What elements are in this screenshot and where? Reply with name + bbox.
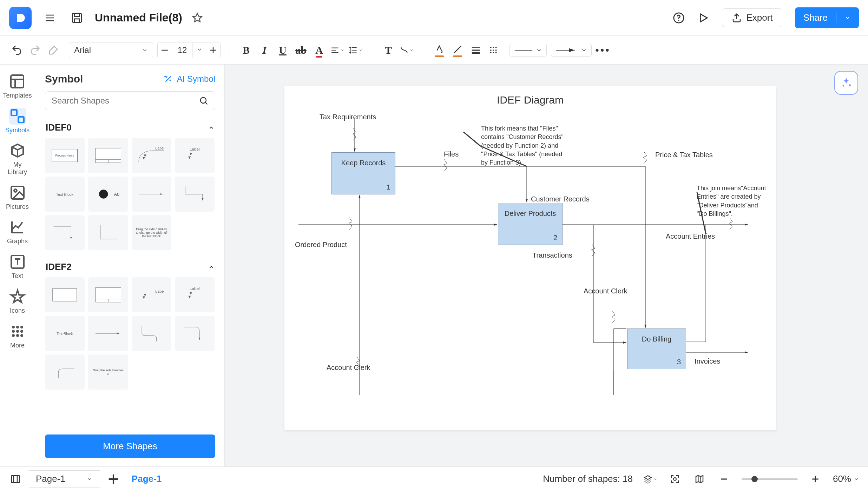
font-size-increase-icon[interactable] xyxy=(206,42,220,58)
help-icon[interactable] xyxy=(673,12,685,24)
shape-tile[interactable] xyxy=(175,316,215,351)
layers-icon[interactable] xyxy=(643,472,657,486)
font-size-value[interactable]: 12 xyxy=(172,42,193,58)
shape-tile[interactable]: Drag the side handles to change the widt… xyxy=(132,215,171,250)
rail-item-templates[interactable]: Templates xyxy=(3,73,32,99)
line-weight-icon[interactable] xyxy=(469,43,483,57)
category-header-idef0[interactable]: IDEF0 xyxy=(45,117,219,138)
shape-tile[interactable]: Label xyxy=(132,277,171,312)
shape-tile[interactable] xyxy=(45,354,85,390)
shape-tile[interactable]: Label xyxy=(175,138,215,173)
rail-item-pictures[interactable]: Pictures xyxy=(6,184,29,211)
shape-tile[interactable] xyxy=(132,316,171,351)
shape-tile[interactable]: Label xyxy=(175,277,215,312)
format-painter-icon[interactable] xyxy=(46,43,60,57)
minimap-icon[interactable] xyxy=(692,472,706,486)
svg-point-25 xyxy=(99,190,108,198)
rail-item-graphs[interactable]: Graphs xyxy=(7,219,28,245)
ai-assistant-button[interactable] xyxy=(834,71,858,95)
file-title[interactable]: Unnamed File(8) xyxy=(95,11,182,24)
line-color-icon[interactable] xyxy=(451,43,465,57)
line-style-select[interactable] xyxy=(509,44,547,57)
search-field[interactable] xyxy=(52,96,199,106)
underline-icon[interactable]: U xyxy=(276,43,290,57)
font-size-dropdown-icon[interactable] xyxy=(193,46,206,54)
undo-icon[interactable] xyxy=(10,43,24,57)
diagram-node-do-billing[interactable]: Do Billing 3 xyxy=(627,329,686,369)
node-label: Do Billing xyxy=(642,335,671,343)
shape-tile[interactable] xyxy=(132,177,171,212)
page-tab-active[interactable]: Page-1 xyxy=(127,473,166,484)
zoom-slider[interactable] xyxy=(742,478,798,480)
rail-item-text[interactable]: Text xyxy=(9,253,26,280)
export-button[interactable]: Export xyxy=(722,8,782,27)
fit-view-icon[interactable] xyxy=(668,472,682,486)
category-header-idef2[interactable]: IDEF2 xyxy=(45,257,219,277)
font-family-select[interactable]: Arial xyxy=(69,42,153,58)
shape-tile[interactable] xyxy=(88,316,128,351)
zoom-in-icon[interactable] xyxy=(808,472,822,486)
favorite-star-icon[interactable] xyxy=(191,11,204,25)
diagram-node-keep-records[interactable]: Keep Records 1 xyxy=(331,152,395,194)
line-spacing-icon[interactable] xyxy=(349,43,363,57)
label-files: Files xyxy=(444,150,459,158)
save-icon[interactable] xyxy=(70,11,84,25)
play-preview-icon[interactable] xyxy=(697,12,709,24)
chevron-down-icon xyxy=(86,476,93,482)
align-horizontal-icon[interactable] xyxy=(330,43,344,57)
svg-point-35 xyxy=(673,478,676,480)
diagram-node-deliver-products[interactable]: Deliver Products 2 xyxy=(498,203,563,245)
zoom-out-icon[interactable] xyxy=(717,472,731,486)
font-color-icon[interactable]: A xyxy=(312,43,326,57)
strikethrough-icon[interactable]: ab xyxy=(294,43,308,57)
ai-symbol-label: AI Symbol xyxy=(177,74,215,84)
search-input[interactable] xyxy=(45,91,215,110)
shape-tile[interactable]: A0 xyxy=(88,177,128,212)
rail-item-my-library[interactable]: My Library xyxy=(8,142,27,175)
page-select[interactable]: Page-1 xyxy=(29,470,100,487)
svg-point-10 xyxy=(16,326,19,329)
text-tool-icon[interactable]: T xyxy=(381,43,395,57)
ai-symbol-button[interactable]: AI Symbol xyxy=(163,74,215,84)
symbol-panel: Symbol AI Symbol IDEF0 Process Name xyxy=(35,65,225,466)
zoom-value[interactable]: 60% xyxy=(833,473,860,484)
arrow-style-select[interactable] xyxy=(551,44,592,57)
menu-icon[interactable] xyxy=(43,11,57,25)
font-size-stepper[interactable]: 12 xyxy=(157,42,221,58)
rail-label: Pictures xyxy=(6,203,29,211)
rail-item-more[interactable]: More xyxy=(9,323,26,349)
share-button[interactable]: Share xyxy=(795,7,859,28)
more-tools-icon[interactable]: ••• xyxy=(596,43,610,57)
shape-tile[interactable] xyxy=(88,215,128,250)
line-dash-icon[interactable] xyxy=(487,43,501,57)
shape-tile[interactable]: Label xyxy=(132,138,171,173)
app-logo[interactable] xyxy=(9,7,32,29)
canvas-area[interactable]: IDEF Diagram xyxy=(225,65,868,466)
shape-tile[interactable]: Process Name xyxy=(45,138,85,173)
redo-icon[interactable] xyxy=(28,43,42,57)
rail-label: Graphs xyxy=(7,238,28,245)
rail-item-icons[interactable]: Icons xyxy=(9,288,26,314)
page-panel-toggle-icon[interactable] xyxy=(8,472,22,486)
rail-item-symbols[interactable]: Symbols xyxy=(5,108,29,134)
shape-tile[interactable]: Drag the side handles to xyxy=(88,354,128,390)
font-size-decrease-icon[interactable] xyxy=(158,42,172,58)
export-label: Export xyxy=(746,12,772,23)
add-page-icon[interactable] xyxy=(106,472,120,486)
shape-tile[interactable]: TextBlock xyxy=(45,316,85,351)
shape-tile[interactable] xyxy=(45,215,85,250)
shape-tile[interactable] xyxy=(88,138,128,173)
shape-tile[interactable] xyxy=(88,277,128,312)
fill-color-icon[interactable] xyxy=(432,43,446,57)
connector-tool-icon[interactable] xyxy=(400,43,414,57)
svg-point-13 xyxy=(16,330,19,333)
italic-icon[interactable]: I xyxy=(257,43,271,57)
canvas-page[interactable]: IDEF Diagram xyxy=(284,86,776,430)
bold-icon[interactable]: B xyxy=(239,43,253,57)
more-shapes-button[interactable]: More Shapes xyxy=(45,434,215,458)
shape-tile[interactable] xyxy=(175,177,215,212)
shape-tile[interactable] xyxy=(45,277,85,312)
svg-rect-27 xyxy=(53,288,77,301)
shape-tile[interactable]: Text Block xyxy=(45,177,85,212)
chevron-down-icon xyxy=(845,15,850,21)
